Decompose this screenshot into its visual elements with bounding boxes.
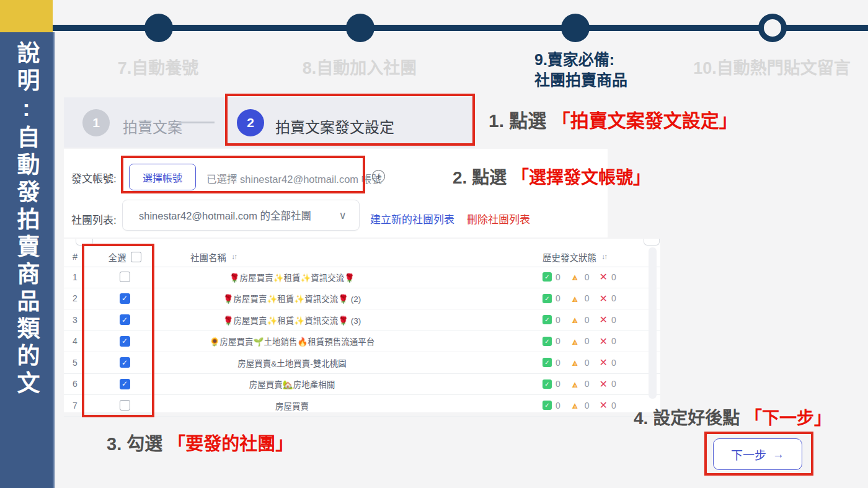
fail-count: 0 (611, 379, 616, 389)
step-1-circle[interactable]: 1 (82, 109, 110, 136)
warning-count: 0 (585, 272, 590, 282)
cropped-widget-fragment-right (644, 239, 660, 246)
warning-count: 0 (585, 315, 590, 325)
group-name: 🌻房屋買賣🌱土地銷售🔥租賃預售流通平台 (162, 335, 422, 347)
annotation-1-target: 「拍賣文案發文設定」 (552, 110, 738, 131)
fail-count: 0 (611, 272, 616, 282)
fail-count: 0 (611, 336, 616, 346)
warning-icon: ▲! (570, 315, 581, 324)
create-list-link[interactable]: 建立新的社團列表 (370, 211, 454, 226)
delete-list-link[interactable]: 刪除社團列表 (467, 211, 530, 226)
info-icon[interactable]: i (372, 170, 385, 183)
fail-count: 0 (611, 315, 616, 325)
timeline-dot-10[interactable] (758, 14, 787, 42)
header-group-name: 社團名稱 (190, 251, 226, 264)
success-icon: ✓ (542, 358, 552, 367)
annotation-2-target: 「選擇發文帳號」 (512, 168, 650, 187)
group-name: 房屋買賣 (162, 399, 422, 412)
annotation-3-prefix: 3. 勾選 (107, 434, 162, 454)
tutorial-screenshot: 說明:自動發拍賣商品類的文 7.自動養號 8.自動加入社團 9.賣家必備: 社團… (0, 0, 868, 488)
warning-count: 0 (585, 401, 590, 410)
group-list-label: 社團列表: (71, 211, 117, 227)
success-count: 0 (556, 293, 560, 303)
sidebar: 說明:自動發拍賣商品類的文 (0, 32, 55, 488)
success-count: 0 (556, 315, 560, 325)
annotation-2-prefix: 2. 點選 (453, 168, 507, 187)
highlight-box-next-button (704, 432, 813, 476)
group-name: 🌹房屋買賣✨租賃✨資訊交流🌹 (2) (162, 292, 422, 304)
account-label: 發文帳號: (71, 170, 117, 185)
annotation-3-target: 「要發的社團」 (167, 434, 293, 454)
success-icon: ✓ (542, 379, 552, 389)
success-count: 0 (556, 401, 560, 410)
success-count: 0 (556, 272, 560, 282)
step-1-label[interactable]: 拍賣文案 (123, 115, 182, 137)
annotation-1: 1. 點選 「拍賣文案發文設定」 (489, 105, 738, 133)
success-icon: ✓ (542, 337, 552, 346)
timeline-dot-7[interactable] (144, 14, 173, 42)
warning-count: 0 (585, 293, 590, 303)
stepper-dash (179, 122, 215, 123)
annotation-2: 2. 點選 「選擇發文帳號」 (453, 164, 650, 189)
fail-icon: ✕ (600, 399, 608, 411)
sort-icon-history[interactable]: ↓↑ (601, 252, 606, 261)
timeline-dot-9[interactable] (561, 14, 590, 42)
fail-icon: ✕ (600, 271, 608, 283)
timeline-dot-8[interactable] (346, 14, 374, 42)
fail-icon: ✕ (600, 335, 608, 347)
warning-count: 0 (585, 379, 590, 389)
group-list-dropdown-value: shinestar42@hotmail.com 的全部社團 (123, 208, 311, 223)
warning-icon: ▲! (570, 337, 581, 346)
timeline-step-8[interactable]: 8.自動加入社團 (267, 55, 453, 79)
annotation-4: 4. 設定好後點 「下一步」 (634, 404, 831, 429)
annotation-4-prefix: 4. 設定好後點 (634, 409, 740, 428)
warning-icon: ▲! (570, 401, 581, 410)
success-icon: ✓ (542, 272, 552, 282)
fail-icon: ✕ (600, 293, 608, 304)
sidebar-title: 說明:自動發拍賣商品類的文 (0, 41, 53, 398)
timeline-step-10[interactable]: 10.自動熱門貼文留言 (651, 55, 868, 79)
timeline-line (53, 25, 868, 31)
warning-icon: ▲! (570, 294, 581, 303)
group-name: 房屋買賣&土地買賣-雙北桃園 (162, 357, 422, 369)
success-icon: ✓ (542, 294, 552, 303)
highlight-box-checkbox-column (82, 244, 154, 417)
warning-icon: ▲! (570, 379, 581, 389)
fail-icon: ✕ (600, 314, 608, 326)
highlight-box-step2 (225, 94, 475, 146)
warning-icon: ▲! (570, 358, 581, 367)
success-icon: ✓ (542, 401, 552, 410)
timeline-step-7[interactable]: 7.自動養號 (87, 55, 229, 79)
fail-count: 0 (611, 401, 616, 410)
group-name: 🌹房屋買賣✨租賃✨資訊交流🌹 (162, 271, 422, 283)
chevron-down-icon: ∨ (339, 209, 359, 222)
annotation-3: 3. 勾選 「要發的社團」 (107, 429, 293, 455)
success-count: 0 (556, 336, 560, 346)
fail-icon: ✕ (600, 357, 608, 368)
success-count: 0 (556, 358, 560, 368)
group-list-dropdown[interactable]: shinestar42@hotmail.com 的全部社團 ∨ (122, 200, 360, 231)
fail-count: 0 (611, 293, 616, 303)
success-icon: ✓ (542, 315, 552, 324)
group-name: 🌹房屋買賣✨租賃✨資訊交流🌹 (3) (162, 314, 422, 326)
warning-count: 0 (585, 336, 590, 346)
annotation-4-target: 「下一步」 (745, 409, 831, 428)
corner-yellow-block (0, 0, 53, 32)
success-count: 0 (556, 379, 560, 389)
table-scrollbar[interactable] (649, 247, 657, 399)
fail-icon: ✕ (600, 378, 608, 390)
sort-icon-name[interactable]: ↓↑ (231, 252, 236, 261)
highlight-box-account (121, 156, 365, 193)
warning-count: 0 (585, 358, 590, 368)
group-name: 房屋買賣🏡房地產相關 (162, 378, 422, 390)
fail-count: 0 (611, 358, 616, 368)
warning-icon: ▲! (570, 272, 581, 282)
annotation-1-prefix: 1. 點選 (489, 110, 546, 131)
header-history: 歷史發文狀態 (542, 251, 596, 264)
